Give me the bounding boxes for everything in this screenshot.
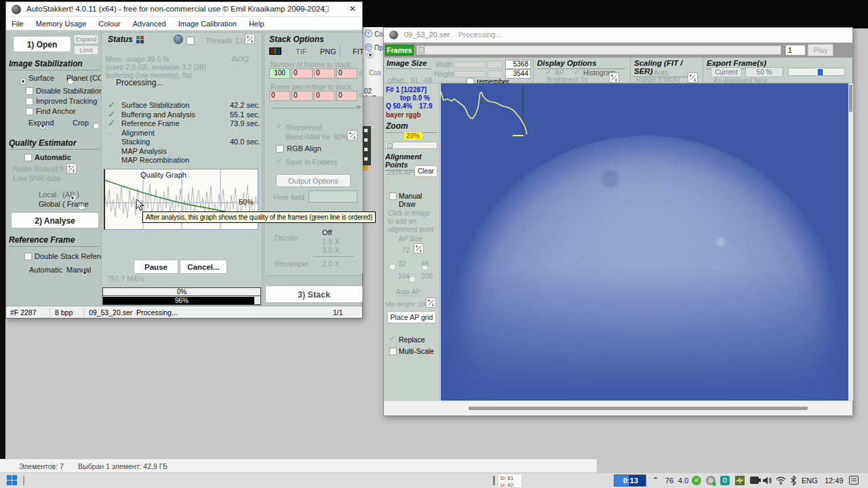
rgb-align-checkbox[interactable] (276, 145, 283, 152)
size-200-label[interactable]: 200 (421, 272, 433, 280)
vertical-scrollbar[interactable] (848, 83, 853, 401)
wifi-icon[interactable] (776, 476, 786, 485)
current-button[interactable]: Current (711, 67, 742, 77)
expand-label[interactable]: Expand (28, 119, 54, 127)
multi-scale-checkbox[interactable] (389, 348, 397, 355)
clock[interactable]: 12:49 (825, 476, 844, 485)
save-folders-check-icon[interactable] (276, 157, 282, 165)
global-label[interactable]: Global (39, 200, 60, 208)
blend-stepper-icon[interactable] (347, 130, 357, 140)
size-104-label[interactable]: 104 (398, 272, 410, 280)
brightness-stepper-icon[interactable] (609, 73, 619, 83)
teal-app-icon[interactable] (720, 476, 730, 485)
free-field-input[interactable] (309, 190, 357, 203)
frames-value-input[interactable]: 0 (336, 68, 357, 79)
disc-utility-icon[interactable] (706, 476, 715, 485)
menu-memory-usage[interactable]: Memory Usage (36, 20, 87, 28)
manual-draw-checkbox[interactable] (389, 192, 397, 200)
automatic-quality-label[interactable]: Automatic (35, 153, 71, 161)
automatic-quality-checkbox[interactable] (24, 154, 32, 161)
moon-image-viewport[interactable] (441, 83, 848, 401)
horizontal-scrollbar[interactable] (384, 401, 852, 415)
menu-colour[interactable]: Colour (98, 20, 120, 28)
refframe-manual-label[interactable]: Manual (66, 266, 91, 274)
horizontal-scrollbar-thumb[interactable] (469, 407, 808, 410)
maximize-icon[interactable]: ▢ (317, 4, 334, 15)
disable-stabilization-label[interactable]: Disable Stabilization (36, 87, 103, 95)
start-button[interactable] (7, 475, 18, 486)
crop-radio[interactable] (93, 123, 100, 129)
menu-image-calibration[interactable]: Image Calibration (178, 20, 237, 28)
frames-slider[interactable] (416, 45, 781, 55)
bluetooth-icon[interactable] (790, 475, 797, 486)
local-label[interactable]: Local (39, 190, 56, 199)
frames-value-input[interactable]: 0 (292, 68, 313, 79)
close-icon[interactable]: ✕ (344, 4, 361, 15)
drizzle-off-label[interactable]: Off (322, 228, 332, 237)
drizzle-15-label[interactable]: 1.5 X (322, 237, 340, 245)
multi-scale-label[interactable]: Multi-Scale (399, 347, 434, 355)
expand-limit-button[interactable]: Expand (74, 35, 98, 44)
sharpened-label[interactable]: Sharpened (285, 123, 322, 131)
title-bar[interactable]: AutoStakkert! 4.0.11 (x64) - free for no… (6, 2, 362, 17)
export-slider[interactable] (788, 68, 845, 76)
open-button[interactable]: 1) Open (13, 36, 71, 52)
improved-tracking-label[interactable]: Improved Tracking (36, 97, 97, 105)
resample-20-label[interactable]: 2.0 X (322, 260, 340, 268)
noise-robust-stepper-icon[interactable] (66, 163, 77, 174)
chevron-up-icon[interactable]: ⌃ (652, 476, 658, 485)
improved-tracking-checkbox[interactable] (26, 98, 33, 105)
zoom-slider-thumb[interactable] (387, 143, 393, 148)
stack-button[interactable]: 3) Stack (265, 285, 363, 303)
png-label[interactable]: PNG (320, 47, 336, 56)
find-anchor-checkbox[interactable] (26, 108, 33, 115)
menu-advanced[interactable]: Advanced (133, 20, 166, 28)
replace-label[interactable]: Replace (399, 336, 425, 344)
manual-draw-label[interactable]: Manual Draw (399, 192, 439, 208)
sync-folder-icon[interactable] (735, 476, 745, 485)
size-104-radio[interactable] (409, 276, 416, 283)
globe-checkbox[interactable] (186, 37, 195, 45)
surface-label[interactable]: Surface (28, 74, 54, 82)
sharpened-check-icon[interactable] (276, 122, 282, 131)
frames-value-input[interactable]: 0 (314, 68, 335, 79)
volume-icon[interactable] (762, 476, 772, 485)
notification-icon[interactable] (849, 476, 859, 485)
timer-badge[interactable]: 0:13 (614, 474, 646, 487)
stack-slider[interactable] (272, 108, 357, 108)
language-indicator[interactable]: ENG (802, 476, 818, 485)
cancel-button[interactable]: Cancel... (180, 260, 227, 274)
place-ap-grid-button[interactable]: Place AP grid (387, 311, 436, 323)
percent-value-input[interactable]: 0 (292, 91, 313, 101)
percent-value-input[interactable]: 0 (336, 91, 357, 101)
drizzle-30-label[interactable]: 3.0 X (322, 246, 340, 254)
tif-label[interactable]: TIF (296, 47, 307, 56)
output-options-button[interactable]: Output Options (276, 174, 351, 187)
size-32-label[interactable]: 32 (398, 260, 406, 268)
menu-help[interactable]: Help (249, 20, 264, 28)
min-bright-stepper-icon[interactable] (426, 298, 436, 308)
limit-button[interactable]: Limit (74, 45, 98, 55)
refframe-automatic-label[interactable]: Automatic (29, 266, 62, 274)
menu-file[interactable]: File (12, 20, 24, 28)
save-folders-label[interactable]: Save in Folders (285, 158, 337, 166)
replace-check-icon[interactable] (389, 334, 395, 343)
frames-slider-thumb[interactable] (418, 47, 425, 54)
export-percent-box[interactable]: 50 % (745, 67, 783, 77)
antivirus-icon[interactable]: ✓ (692, 476, 701, 485)
viewer-title-bar[interactable]: 09_53_20.ser Processing... (384, 28, 852, 43)
analyse-button[interactable]: 2) Analyse (11, 212, 99, 228)
pause-button[interactable]: Pause (134, 260, 178, 274)
find-anchor-label[interactable]: Find Anchor (36, 107, 76, 115)
frames-value-input[interactable]: 100 (269, 68, 290, 79)
tif-radio[interactable] (367, 52, 374, 58)
percent-value-input[interactable]: 0 (269, 91, 290, 101)
threads-stepper-icon[interactable] (245, 34, 255, 44)
double-stack-checkbox[interactable] (24, 253, 32, 260)
net-meter[interactable]: D: 61 U: 42 (498, 474, 522, 488)
minimize-icon[interactable]: — (291, 4, 309, 15)
zoom-slider[interactable] (385, 142, 437, 149)
rgb-align-label[interactable]: RGB Align (287, 144, 321, 152)
ap-size-stepper-icon[interactable] (414, 243, 424, 253)
play-button[interactable]: Play (808, 44, 833, 56)
